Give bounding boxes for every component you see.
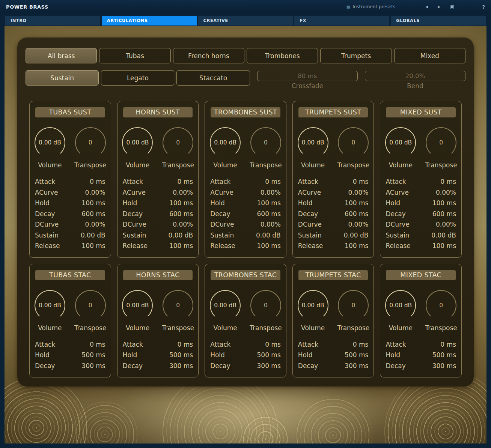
volume-knob[interactable]: 0.00 dB (34, 289, 66, 322)
param-name: Attack (35, 178, 55, 185)
param-value[interactable]: 0.00 dB (344, 232, 369, 239)
transpose-knob[interactable]: 0 (162, 289, 194, 322)
param-value[interactable]: 100 ms (432, 242, 456, 250)
param-value[interactable]: 100 ms (169, 242, 193, 250)
preset-next-icon[interactable]: ▶ (435, 3, 443, 10)
transpose-knob[interactable]: 0 (162, 126, 194, 159)
bend-value[interactable]: 20.0% (365, 71, 465, 81)
ensemble-mixed-button[interactable]: Mixed (394, 48, 465, 63)
ensemble-french-horns-button[interactable]: French horns (173, 48, 244, 63)
param-value[interactable]: 0.00% (173, 221, 193, 228)
param-value[interactable]: 0.00% (85, 221, 105, 228)
param-value[interactable]: 500 ms (81, 351, 105, 359)
param-value[interactable]: 500 ms (257, 351, 281, 359)
param-value[interactable]: 0 ms (90, 178, 105, 185)
volume-label: Volume (205, 324, 246, 332)
instrument-presets-button[interactable]: ▦ Instrument presets (346, 4, 396, 9)
volume-knob[interactable]: 0.00 dB (209, 289, 241, 322)
param-row: DCurve0.00% (386, 219, 456, 230)
param-value[interactable]: 0.00% (85, 189, 105, 196)
preset-prev-icon[interactable]: ◀ (423, 3, 430, 10)
transpose-knob[interactable]: 0 (74, 289, 107, 322)
volume-knob[interactable]: 0.00 dB (384, 289, 417, 322)
param-value[interactable]: 100 ms (257, 242, 281, 250)
param-name: DCurve (386, 221, 409, 228)
param-value[interactable]: 0 ms (265, 341, 281, 348)
param-value[interactable]: 500 ms (169, 351, 193, 359)
tab-intro[interactable]: INTRO (5, 16, 100, 26)
articulation-sustain-button[interactable]: Sustain (26, 70, 99, 86)
param-value[interactable]: 0 ms (265, 178, 281, 185)
transpose-knob[interactable]: 0 (425, 126, 457, 159)
volume-knob[interactable]: 0.00 dB (121, 126, 154, 159)
param-value[interactable]: 0.00 dB (256, 232, 281, 239)
transpose-knob[interactable]: 0 (74, 126, 107, 159)
ensemble-trombones-button[interactable]: Trombones (247, 48, 318, 63)
param-value[interactable]: 0 ms (353, 178, 369, 185)
param-value[interactable]: 300 ms (169, 362, 193, 370)
param-value[interactable]: 100 ms (345, 242, 368, 250)
volume-knob[interactable]: 0.00 dB (297, 126, 329, 159)
param-name: Decay (210, 362, 230, 370)
volume-knob[interactable]: 0.00 dB (34, 126, 66, 159)
param-value[interactable]: 100 ms (169, 199, 193, 207)
param-value[interactable]: 0 ms (440, 341, 456, 348)
param-value[interactable]: 100 ms (257, 199, 281, 207)
ensemble-button-row: All brass Tubas French horns Trombones T… (26, 48, 465, 63)
volume-knob[interactable]: 0.00 dB (297, 289, 329, 322)
param-value[interactable]: 100 ms (81, 242, 105, 250)
param-value[interactable]: 100 ms (81, 199, 105, 207)
ensemble-tubas-button[interactable]: Tubas (99, 48, 170, 63)
articulation-legato-button[interactable]: Legato (101, 70, 174, 86)
param-value[interactable]: 0.00 dB (81, 232, 105, 239)
transpose-knob[interactable]: 0 (250, 126, 282, 159)
param-value[interactable]: 0 ms (178, 341, 193, 348)
transpose-knob[interactable]: 0 (425, 289, 457, 322)
param-value[interactable]: 0.00% (173, 189, 193, 196)
param-value[interactable]: 500 ms (345, 351, 368, 359)
param-value[interactable]: 600 ms (169, 210, 193, 218)
param-value[interactable]: 600 ms (432, 210, 456, 218)
param-value[interactable]: 300 ms (81, 362, 105, 370)
tab-creative[interactable]: CREATIVE (198, 16, 293, 26)
param-value[interactable]: 600 ms (345, 210, 368, 218)
param-value[interactable]: 0 ms (178, 178, 193, 185)
ensemble-trumpets-button[interactable]: Trumpets (320, 48, 392, 63)
volume-knob-block: 0.00 dB Volume (205, 126, 246, 169)
param-value[interactable]: 500 ms (432, 351, 456, 359)
transpose-knob[interactable]: 0 (250, 289, 282, 322)
param-value[interactable]: 300 ms (257, 362, 281, 370)
param-value[interactable]: 0.00% (348, 221, 368, 228)
keyboard-panel-icon[interactable]: ▣ (448, 3, 456, 11)
tab-fx[interactable]: FX (294, 16, 389, 26)
tab-articulations[interactable]: ARTICULATIONS (102, 16, 197, 26)
param-value[interactable]: 100 ms (432, 199, 456, 207)
param-value[interactable]: 600 ms (81, 210, 105, 218)
param-value[interactable]: 0 ms (353, 341, 369, 348)
param-value[interactable]: 0.00% (436, 221, 456, 228)
param-value[interactable]: 0.00% (261, 221, 281, 228)
crossfade-value[interactable]: 80 ms (257, 71, 358, 81)
volume-knob[interactable]: 0.00 dB (384, 126, 417, 159)
transpose-knob-block: 0 Transpose (246, 289, 286, 332)
param-value[interactable]: 0.00% (348, 189, 368, 196)
ensemble-all-brass-button[interactable]: All brass (26, 48, 97, 63)
param-value[interactable]: 600 ms (257, 210, 281, 218)
param-value[interactable]: 0.00 dB (431, 232, 456, 239)
volume-value: 0.00 dB (209, 126, 241, 159)
param-value[interactable]: 0.00 dB (168, 232, 193, 239)
volume-knob[interactable]: 0.00 dB (121, 289, 154, 322)
help-icon[interactable]: ? (480, 3, 487, 11)
transpose-knob[interactable]: 0 (337, 289, 369, 322)
param-value[interactable]: 0 ms (90, 341, 105, 348)
articulation-staccato-button[interactable]: Staccato (176, 70, 250, 86)
param-value[interactable]: 0.00% (261, 189, 281, 196)
param-value[interactable]: 0 ms (440, 178, 456, 185)
param-value[interactable]: 0.00% (436, 189, 456, 196)
param-value[interactable]: 100 ms (345, 199, 368, 207)
param-value[interactable]: 300 ms (432, 362, 456, 370)
tab-globals[interactable]: GLOBALS (391, 16, 486, 26)
volume-knob[interactable]: 0.00 dB (209, 126, 241, 159)
transpose-knob[interactable]: 0 (337, 126, 369, 159)
param-value[interactable]: 300 ms (345, 362, 368, 370)
